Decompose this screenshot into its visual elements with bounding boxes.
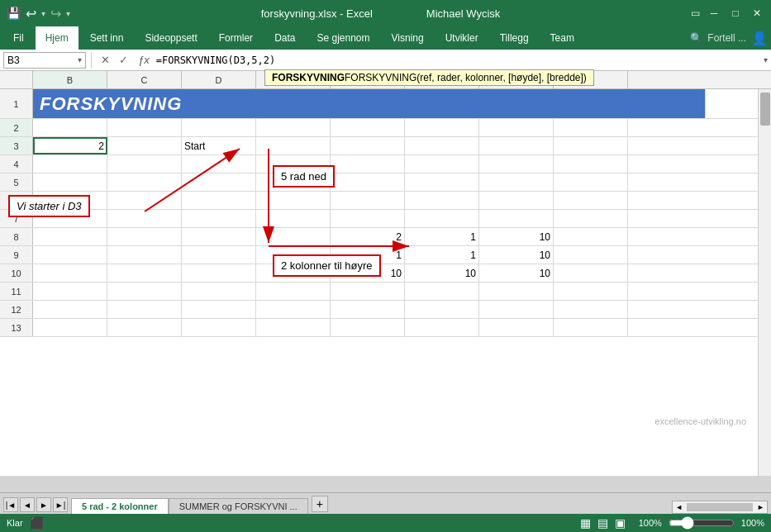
cell-c5[interactable]: [107, 173, 182, 191]
minimize-btn[interactable]: ─: [707, 6, 721, 21]
cell-f4[interactable]: [331, 155, 405, 173]
col-header-c[interactable]: C: [107, 71, 182, 88]
cell-f8[interactable]: 2: [331, 228, 405, 245]
cell-e13[interactable]: [256, 319, 331, 336]
cell-i9[interactable]: [554, 246, 628, 264]
cell-c11[interactable]: [107, 283, 182, 300]
cell-f13[interactable]: [331, 319, 405, 336]
row-header-10[interactable]: 10: [0, 264, 33, 282]
cell-h7[interactable]: [479, 210, 554, 227]
cell-e2[interactable]: [256, 119, 331, 136]
cell-h8[interactable]: 10: [479, 228, 554, 245]
cell-g10[interactable]: 10: [405, 264, 479, 282]
sheet-tab-active[interactable]: 5 rad - 2 kolonner: [71, 498, 169, 514]
cell-d10[interactable]: [182, 264, 256, 282]
cell-d11[interactable]: [182, 283, 256, 300]
cell-c13[interactable]: [107, 319, 182, 336]
cell-c4[interactable]: [107, 155, 182, 173]
cell-b13[interactable]: [33, 319, 107, 336]
cell-h5[interactable]: [479, 173, 554, 191]
cell-b8[interactable]: [33, 228, 107, 245]
hscroll-right[interactable]: ►: [754, 503, 767, 511]
row-header-1[interactable]: 1: [0, 89, 33, 118]
cell-g5[interactable]: [405, 173, 479, 191]
cell-d9[interactable]: [182, 246, 256, 264]
row-header-11[interactable]: 11: [0, 283, 33, 300]
tab-sideoppsett[interactable]: Sideoppsett: [135, 26, 207, 50]
cell-d6[interactable]: [182, 192, 256, 209]
cell-f6[interactable]: [331, 192, 405, 209]
fortell-input[interactable]: Fortell ...: [707, 32, 746, 44]
formula-bar-expand[interactable]: ▾: [764, 55, 768, 64]
user-profile-icon[interactable]: 👤: [751, 31, 768, 46]
cell-b4[interactable]: [33, 155, 107, 173]
cell-b2[interactable]: [33, 119, 107, 136]
view-pagebreak-btn[interactable]: ▤: [597, 516, 608, 530]
hscroll-left[interactable]: ◄: [673, 503, 685, 511]
cell-i10[interactable]: [554, 264, 628, 282]
cell-i8[interactable]: [554, 228, 628, 245]
cell-h10[interactable]: 10: [479, 264, 554, 282]
cell-b5[interactable]: [33, 173, 107, 191]
cell-d13[interactable]: [182, 319, 256, 336]
zoom-slider[interactable]: [669, 516, 735, 530]
cell-f11[interactable]: [331, 283, 405, 300]
cell-b3[interactable]: 2: [33, 137, 107, 154]
row-header-4[interactable]: 4: [0, 155, 33, 173]
cell-h12[interactable]: [479, 301, 554, 318]
cell-i13[interactable]: [554, 319, 628, 336]
cell-g13[interactable]: [405, 319, 479, 336]
cell-d12[interactable]: [182, 301, 256, 318]
sheet-tab-2[interactable]: SUMMER og FORSKYVNI ...: [169, 498, 308, 514]
tab-sett-inn[interactable]: Sett inn: [80, 26, 134, 50]
cell-h4[interactable]: [479, 155, 554, 173]
cell-b10[interactable]: [33, 264, 107, 282]
save-icon[interactable]: 💾: [7, 7, 21, 20]
cell-d5[interactable]: [182, 173, 256, 191]
cell-h9[interactable]: 10: [479, 246, 554, 264]
close-btn[interactable]: ✕: [750, 6, 764, 21]
cell-b9[interactable]: [33, 246, 107, 264]
cell-d2[interactable]: [182, 119, 256, 136]
redo-icon[interactable]: ↪: [50, 6, 61, 21]
cell-c7[interactable]: [107, 210, 182, 227]
cell-d4[interactable]: [182, 155, 256, 173]
cell-g6[interactable]: [405, 192, 479, 209]
cell-d7[interactable]: [182, 210, 256, 227]
redo-dropdown[interactable]: ▾: [66, 9, 70, 18]
cell-h13[interactable]: [479, 319, 554, 336]
cell-e3[interactable]: [256, 137, 331, 154]
tab-hjem[interactable]: Hjem: [36, 26, 79, 50]
cell-g7[interactable]: [405, 210, 479, 227]
cell-e7[interactable]: [256, 210, 331, 227]
tab-utvikler[interactable]: Utvikler: [435, 26, 488, 50]
sheet-nav-last[interactable]: ►|: [53, 497, 68, 512]
cell-c2[interactable]: [107, 119, 182, 136]
cell-g3[interactable]: [405, 137, 479, 154]
view-pageview-btn[interactable]: ▣: [615, 516, 626, 530]
cell-h6[interactable]: [479, 192, 554, 209]
cell-c9[interactable]: [107, 246, 182, 264]
row-header-3[interactable]: 3: [0, 137, 33, 154]
cell-c12[interactable]: [107, 301, 182, 318]
row-header-13[interactable]: 13: [0, 319, 33, 336]
vertical-scrollbar[interactable]: [758, 89, 771, 476]
sheet-nav-next[interactable]: ►: [36, 497, 51, 512]
cell-h3[interactable]: [479, 137, 554, 154]
cell-i3[interactable]: [554, 137, 628, 154]
cell-i7[interactable]: [554, 210, 628, 227]
cell-h11[interactable]: [479, 283, 554, 300]
add-sheet-btn[interactable]: +: [312, 496, 328, 512]
cell-c8[interactable]: [107, 228, 182, 245]
cell-f7[interactable]: [331, 210, 405, 227]
view-normal-btn[interactable]: ▦: [580, 516, 591, 530]
tab-visning[interactable]: Visning: [382, 26, 434, 50]
cell-g4[interactable]: [405, 155, 479, 173]
cell-i6[interactable]: [554, 192, 628, 209]
row-header-5[interactable]: 5: [0, 173, 33, 191]
col-header-b[interactable]: B: [33, 71, 107, 88]
cell-i2[interactable]: [554, 119, 628, 136]
row-header-2[interactable]: 2: [0, 119, 33, 136]
undo-icon[interactable]: ↩: [26, 6, 36, 21]
col-header-d[interactable]: D: [182, 71, 256, 88]
